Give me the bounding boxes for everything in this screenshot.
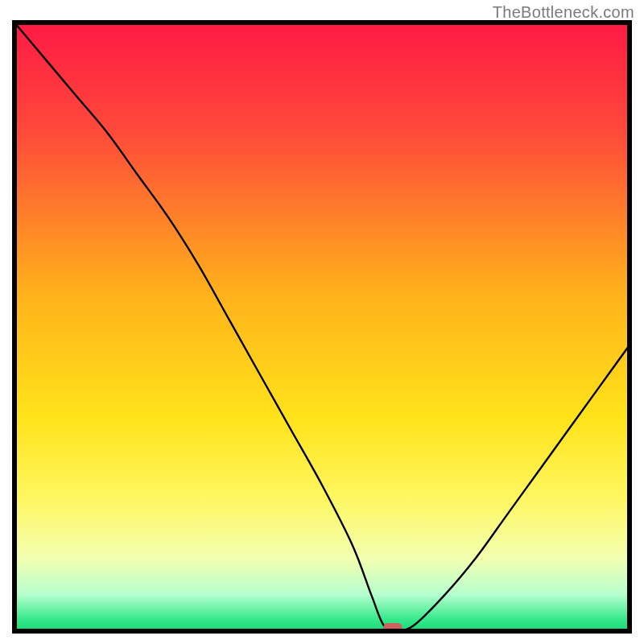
watermark-text: TheBottleneck.com bbox=[493, 3, 634, 22]
chart-background bbox=[14, 23, 630, 631]
bottleneck-chart bbox=[0, 0, 644, 644]
chart-container: { "watermark": "TheBottleneck.com", "cha… bbox=[0, 0, 644, 644]
